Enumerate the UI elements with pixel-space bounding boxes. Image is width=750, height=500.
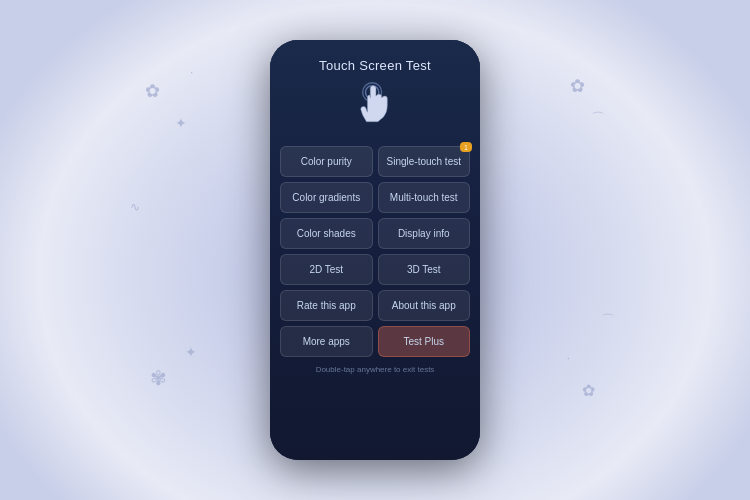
deco-flower-2: ✿ xyxy=(570,75,585,97)
deco-curve-2: ∿ xyxy=(130,200,140,214)
btn-about-app-label: About this app xyxy=(392,300,456,311)
btn-color-shades-label: Color shades xyxy=(297,228,356,239)
deco-curve-3: ⌒ xyxy=(601,312,615,330)
btn-about-app[interactable]: About this app xyxy=(378,290,471,321)
btn-color-gradients[interactable]: Color gradients xyxy=(280,182,373,213)
btn-multi-touch[interactable]: Multi-touch test xyxy=(378,182,471,213)
btn-multi-touch-label: Multi-touch test xyxy=(390,192,458,203)
deco-star-1: ✦ xyxy=(175,115,187,131)
btn-more-apps[interactable]: More apps xyxy=(280,326,373,357)
btn-test-plus[interactable]: Test Plus xyxy=(378,326,471,357)
deco-star-2: ✦ xyxy=(185,344,197,360)
btn-single-touch[interactable]: Single-touch test 1 xyxy=(378,146,471,177)
btn-2d-test-label: 2D Test xyxy=(309,264,343,275)
btn-3d-test[interactable]: 3D Test xyxy=(378,254,471,285)
btn-3d-test-label: 3D Test xyxy=(407,264,441,275)
btn-color-purity-label: Color purity xyxy=(301,156,352,167)
btn-single-touch-label: Single-touch test xyxy=(387,156,462,167)
button-grid: Color purity Single-touch test 1 Color g… xyxy=(280,146,470,357)
app-title: Touch Screen Test xyxy=(319,58,431,73)
hint-text: Double-tap anywhere to exit tests xyxy=(316,365,435,374)
deco-flower-4: ✿ xyxy=(582,381,595,400)
touch-icon xyxy=(348,79,403,134)
deco-curve-1: ⌒ xyxy=(591,110,605,128)
btn-rate-app-label: Rate this app xyxy=(297,300,356,311)
btn-display-info[interactable]: Display info xyxy=(378,218,471,249)
phone-screen: Touch Screen Test Color purity Single-to… xyxy=(270,40,480,460)
btn-rate-app[interactable]: Rate this app xyxy=(280,290,373,321)
btn-color-gradients-label: Color gradients xyxy=(292,192,360,203)
btn-test-plus-label: Test Plus xyxy=(403,336,444,347)
btn-color-shades[interactable]: Color shades xyxy=(280,218,373,249)
btn-more-apps-label: More apps xyxy=(303,336,350,347)
btn-display-info-label: Display info xyxy=(398,228,450,239)
deco-flower-3: ✾ xyxy=(150,366,167,390)
deco-flower-1: ✿ xyxy=(145,80,160,102)
btn-color-purity[interactable]: Color purity xyxy=(280,146,373,177)
single-touch-badge: 1 xyxy=(460,142,472,152)
deco-dot-1: · xyxy=(190,65,193,79)
deco-dot-2: · xyxy=(567,351,570,365)
btn-2d-test[interactable]: 2D Test xyxy=(280,254,373,285)
phone-shell: Touch Screen Test Color purity Single-to… xyxy=(270,40,480,460)
